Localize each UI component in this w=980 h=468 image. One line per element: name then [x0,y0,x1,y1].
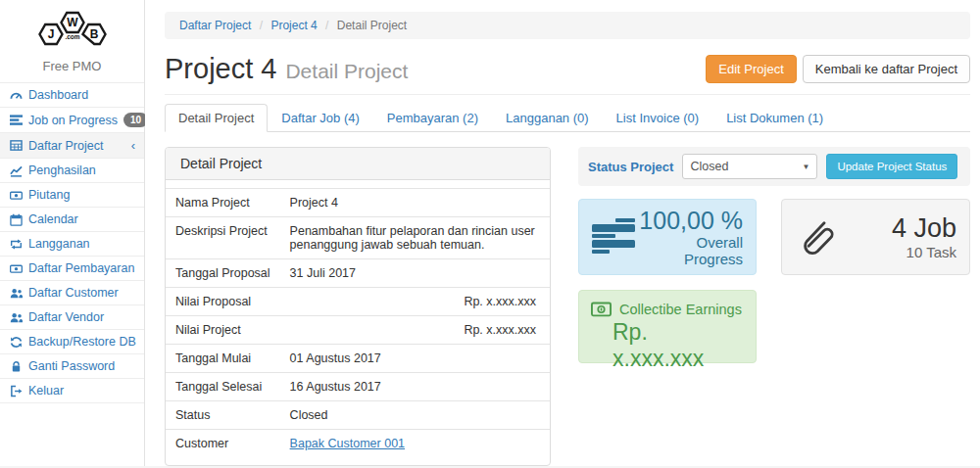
chevron-left-icon: ‹ [131,138,135,153]
users-icon [9,286,23,300]
tab-daftar-job[interactable]: Daftar Job (4) [268,104,372,132]
table-row: Tanggal Selesai 16 Agustus 2017 [166,373,550,401]
line-chart-icon [9,164,23,177]
retweet-icon [9,237,23,251]
jwb-logo-icon: J W B .com [33,8,112,53]
breadcrumb-link-project-4[interactable]: Project 4 [270,19,317,32]
row-label: Tanggal Selesai [166,373,280,401]
back-to-project-list-button[interactable]: Kembali ke daftar Project [803,55,970,83]
tab-bar: Detail Project Daftar Job (4) Pembayaran… [165,104,970,132]
row-label: Status [166,401,280,430]
sidebar-item-daftar-project[interactable]: Daftar Project ‹ [0,133,144,159]
refresh-icon [9,335,23,349]
paperclip-icon [795,214,834,259]
sidebar: J W B .com Free PMO Dashboard Job on Pro… [0,0,145,466]
sidebar-item-daftar-customer[interactable]: Daftar Customer [0,281,144,305]
status-select-value: Closed [690,160,728,173]
sidebar-item-job-on-progress[interactable]: Job on Progress 10 [0,108,144,133]
row-value: Penambahan fitur pelaporan dan rincian u… [280,217,550,259]
sidebar-item-label: Backup/Restore DB [28,335,136,349]
sidebar-item-label: Penghasilan [28,164,96,177]
row-value: Closed [280,401,550,430]
update-project-status-button[interactable]: Update Project Status [826,154,957,179]
row-label: Nilai Project [166,316,280,345]
page-title: Project 4 [165,53,276,85]
row-label: Nama Project [166,189,280,217]
sidebar-item-label: Calendar [28,212,78,226]
sidebar-item-calendar[interactable]: Calendar [0,208,144,232]
money-icon [9,261,23,275]
money-icon [591,302,612,317]
page-header: Project 4 Detail Project Edit Project Ke… [165,53,970,95]
table-row: Nilai Proposal Rp. x.xxx.xxx [166,288,550,316]
sidebar-item-daftar-pembayaran[interactable]: Daftar Pembayaran [0,257,144,281]
row-value: Rp. x.xxx.xxx [280,288,550,316]
table-row: Nilai Project Rp. x.xxx.xxx [166,316,550,345]
row-value: 16 Agustus 2017 [280,373,550,401]
sidebar-item-label: Keluar [28,384,64,398]
job-count-box: 4 Job 10 Task [781,199,970,275]
money-icon [9,188,23,202]
earnings-label: Collectibe Earnings [619,302,742,317]
table-row: Customer Bapak Customer 001 [166,430,550,458]
sidebar-item-ganti-password[interactable]: Ganti Password [0,354,144,379]
logo-letter-b: B [89,27,98,41]
users-icon [9,310,23,324]
breadcrumb-separator: / [325,19,328,32]
tab-list-dokumen[interactable]: List Dokumen (1) [712,104,837,132]
main-content: Daftar Project / Project 4 / Detail Proj… [145,0,980,466]
sidebar-item-label: Daftar Project [28,139,103,153]
breadcrumb-link-daftar-project[interactable]: Daftar Project [179,19,251,32]
table-icon [9,139,23,153]
calendar-icon [9,212,23,226]
breadcrumb-current: Detail Project [337,19,407,32]
row-label: Tanggal Mulai [166,345,280,373]
sidebar-item-dashboard[interactable]: Dashboard [0,82,144,108]
table-row: Nama Project Project 4 [166,189,550,217]
row-value: Rp. x.xxx.xxx [280,316,550,345]
tab-langganan[interactable]: Langganan (0) [492,104,603,132]
tasks-icon [592,218,635,256]
sidebar-item-daftar-vendor[interactable]: Daftar Vendor [0,305,144,330]
progress-label: Overall Progress [635,234,743,267]
sign-out-icon [9,384,23,398]
row-value: 01 Agustus 2017 [280,345,550,373]
table-row: Status Closed [166,401,550,430]
dashboard-icon [9,88,23,102]
status-select[interactable]: Closed ▼ [682,154,817,179]
page-subtitle: Detail Project [285,60,408,83]
edit-project-button[interactable]: Edit Project [706,55,796,83]
sidebar-item-langganan[interactable]: Langganan [0,232,144,257]
right-column: Status Project Closed ▼ Update Project S… [578,147,970,466]
tab-detail-project[interactable]: Detail Project [165,104,268,132]
sidebar-item-penghasilan[interactable]: Penghasilan [0,159,144,183]
customer-link[interactable]: Bapak Customer 001 [290,437,405,450]
breadcrumb-separator: / [260,19,263,32]
tasks-icon [9,114,23,127]
logo-com-text: .com [65,33,79,40]
sidebar-item-backup-restore-db[interactable]: Backup/Restore DB [0,330,144,354]
sidebar-item-piutang[interactable]: Piutang [0,183,144,208]
row-label: Nilai Proposal [166,288,280,316]
brand-name: Free PMO [0,59,144,73]
status-project-form: Status Project Closed ▼ Update Project S… [578,147,970,186]
lock-icon [9,359,23,373]
sidebar-item-keluar[interactable]: Keluar [0,379,144,403]
app-window: J W B .com Free PMO Dashboard Job on Pro… [0,0,980,468]
tab-pembayaran[interactable]: Pembayaran (2) [373,104,492,132]
sidebar-item-label: Daftar Pembayaran [28,261,134,275]
sidebar-item-label: Dashboard [28,88,88,102]
job-count: 4 Job [834,213,956,244]
breadcrumb: Daftar Project / Project 4 / Detail Proj… [165,12,970,39]
progress-value: 100,00 % [635,207,743,235]
detail-table: Nama Project Project 4 Deskripsi Project… [166,188,550,457]
tab-list-invoice[interactable]: List Invoice (0) [603,104,713,132]
logo-letter-j: J [47,27,54,41]
task-count: 10 Task [834,244,956,260]
sidebar-item-label: Ganti Password [28,359,115,373]
row-label: Tanggal Proposal [166,259,280,288]
row-value: 31 Juli 2017 [280,259,550,288]
detail-project-panel: Detail Project Nama Project Project 4 De… [165,147,551,466]
sidebar-item-label: Langganan [28,237,90,251]
brand: J W B .com Free PMO [0,0,144,73]
